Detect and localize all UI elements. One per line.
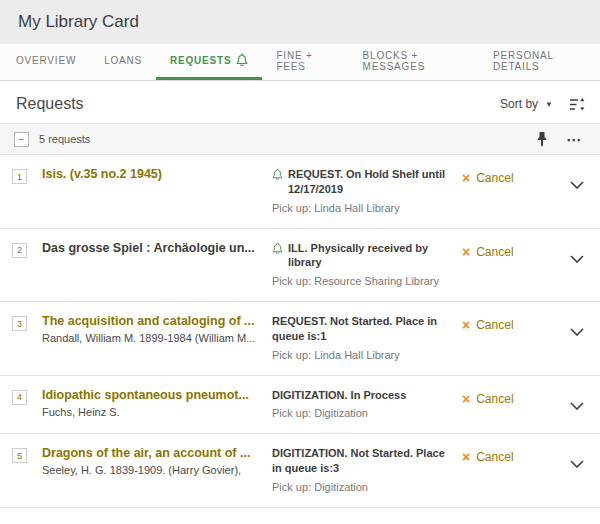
tab-blocks-messages[interactable]: BLOCKS + MESSAGES bbox=[349, 44, 479, 80]
cancel-button[interactable]: × Cancel bbox=[462, 392, 548, 406]
request-title-link[interactable]: Idiopathic spontaneous pneumot... bbox=[42, 388, 262, 402]
row-index-badge: 5 bbox=[12, 448, 27, 463]
cancel-button[interactable]: × Cancel bbox=[462, 450, 548, 464]
request-row: 2 Das grosse Spiel : Archäologie un... I… bbox=[0, 229, 600, 303]
request-title-link[interactable]: Dragons of the air, an account of ... bbox=[42, 446, 262, 460]
sort-by-dropdown[interactable]: Sort by ▼ bbox=[500, 97, 553, 111]
request-status: REQUEST. Not Started. Place in queue is:… bbox=[272, 314, 454, 344]
tab-fine-fees[interactable]: FINE + FEES bbox=[262, 44, 348, 80]
tab-overview[interactable]: OVERVIEW bbox=[2, 44, 90, 80]
request-title: Das grosse Spiel : Archäologie un... bbox=[42, 241, 262, 255]
hold-bell-icon bbox=[272, 168, 283, 197]
section-title: Requests bbox=[16, 95, 84, 113]
pin-icon[interactable] bbox=[536, 131, 548, 147]
page-header: My Library Card bbox=[0, 0, 600, 44]
cancel-x-icon: × bbox=[462, 318, 470, 332]
cancel-x-icon: × bbox=[462, 171, 470, 185]
row-index-badge: 1 bbox=[12, 169, 27, 184]
chevron-down-icon: ▼ bbox=[545, 100, 553, 109]
cancel-button[interactable]: × Cancel bbox=[462, 318, 548, 332]
expand-chevron-icon[interactable] bbox=[568, 247, 586, 269]
request-author: Fuchs, Heinz S. bbox=[42, 406, 262, 418]
request-author: Seeley, H. G. 1839-1909. (Harry Govier), bbox=[42, 464, 262, 476]
bell-icon bbox=[236, 53, 248, 68]
request-author: Randall, William M. 1899-1984 (William M… bbox=[42, 332, 262, 344]
expand-chevron-icon[interactable] bbox=[568, 394, 586, 416]
tab-loans[interactable]: LOANS bbox=[90, 44, 156, 80]
row-index-badge: 3 bbox=[12, 316, 27, 331]
cancel-x-icon: × bbox=[462, 245, 470, 259]
tab-personal-details[interactable]: PERSONAL DETAILS bbox=[479, 44, 600, 80]
pickup-location: Pick up: Digitization bbox=[272, 480, 454, 495]
pickup-location: Pick up: Linda Hall Library bbox=[272, 348, 454, 363]
request-status: DIGITIZATION. In Process bbox=[272, 388, 406, 403]
pickup-location: Pick up: Resource Sharing Library bbox=[272, 274, 454, 289]
page-title: My Library Card bbox=[18, 12, 139, 32]
request-row: 5 Dragons of the air, an account of ... … bbox=[0, 434, 600, 508]
request-status: REQUEST. On Hold Shelf until 12/17/2019 bbox=[288, 167, 454, 197]
request-row: 3 The acquisition and cataloging of ... … bbox=[0, 302, 600, 376]
request-status: DIGITIZATION. Not Started. Place in queu… bbox=[272, 446, 454, 476]
request-row: 4 Idiopathic spontaneous pneumot... Fuch… bbox=[0, 376, 600, 435]
request-status: ILL. Physically received by library bbox=[288, 241, 454, 271]
row-index-badge: 4 bbox=[12, 390, 27, 405]
cancel-x-icon: × bbox=[462, 450, 470, 464]
cancel-button[interactable]: × Cancel bbox=[462, 171, 548, 185]
pickup-location: Pick up: Digitization bbox=[272, 406, 454, 421]
row-index-badge: 2 bbox=[12, 243, 27, 258]
cancel-button[interactable]: × Cancel bbox=[462, 245, 548, 259]
collapse-all-button[interactable]: − bbox=[14, 132, 29, 147]
cancel-x-icon: × bbox=[462, 392, 470, 406]
sort-options-icon[interactable] bbox=[569, 97, 586, 112]
request-title-link[interactable]: Isis. (v.35 no.2 1945) bbox=[42, 167, 262, 181]
results-toolbar: − 5 requests ⋯ bbox=[0, 123, 600, 155]
expand-chevron-icon[interactable] bbox=[568, 173, 586, 195]
request-list: 1 Isis. (v.35 no.2 1945) REQUEST. On Hol… bbox=[0, 155, 600, 508]
hold-bell-icon bbox=[272, 242, 283, 271]
section-header: Requests Sort by ▼ bbox=[0, 81, 600, 123]
tab-bar: OVERVIEW LOANS REQUESTS FINE + FEES BLOC… bbox=[0, 44, 600, 81]
request-count: 5 requests bbox=[39, 133, 90, 145]
tab-requests[interactable]: REQUESTS bbox=[156, 44, 262, 80]
request-row: 1 Isis. (v.35 no.2 1945) REQUEST. On Hol… bbox=[0, 155, 600, 229]
expand-chevron-icon[interactable] bbox=[568, 452, 586, 474]
pickup-location: Pick up: Linda Hall Library bbox=[272, 201, 454, 216]
request-title-link[interactable]: The acquisition and cataloging of ... bbox=[42, 314, 262, 328]
more-options-icon[interactable]: ⋯ bbox=[566, 132, 582, 147]
expand-chevron-icon[interactable] bbox=[568, 320, 586, 342]
